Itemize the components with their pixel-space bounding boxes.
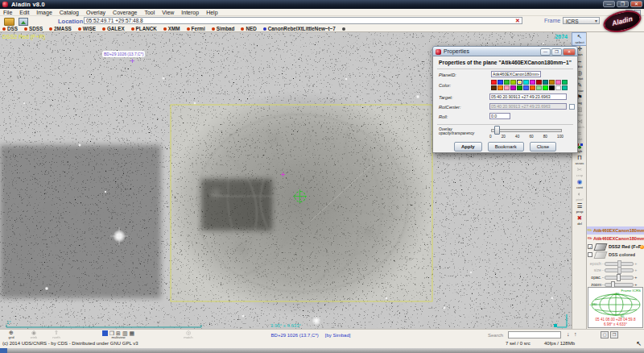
multiview-buttons[interactable]: ❐ ⊞ ▥ ▦ multiview	[84, 330, 153, 339]
frame-select[interactable]: ICRS	[563, 17, 600, 24]
single-view-icon[interactable]	[102, 330, 108, 336]
plane-row-dsscolored[interactable]: DSS colored	[587, 251, 644, 259]
opacity-slider-thumb[interactable]	[494, 126, 500, 135]
menu-tool[interactable]: Tool	[144, 10, 155, 15]
plane-row-dss2red[interactable]: ✓ DSS2 Red (F+R)	[587, 243, 644, 251]
plane-checkbox[interactable]	[588, 252, 592, 257]
dialog-minimize-icon[interactable]: —	[540, 48, 551, 56]
color-swatch[interactable]	[543, 85, 548, 90]
menu-coverage[interactable]: Coverage	[113, 10, 137, 15]
color-swatch[interactable]	[510, 80, 516, 85]
tool-cont[interactable]: ◉cont	[572, 178, 587, 190]
search-input[interactable]	[508, 331, 561, 338]
color-swatch[interactable]	[497, 80, 503, 85]
menu-overlay[interactable]: Overlay	[86, 10, 105, 15]
size-slider-track[interactable]	[605, 268, 634, 272]
color-swatch[interactable]	[530, 85, 535, 90]
maximize-icon[interactable]: ❐	[617, 1, 629, 7]
slider-thumb[interactable]	[617, 267, 621, 274]
menu-edit[interactable]: Edit	[19, 10, 29, 15]
roll-field[interactable]	[489, 113, 510, 119]
color-swatch[interactable]	[562, 85, 568, 90]
open-file-icon[interactable]	[4, 18, 14, 26]
menu-file[interactable]: File	[3, 10, 12, 15]
wink-button[interactable]: ◉wink	[24, 330, 43, 339]
slider-thumb[interactable]	[617, 274, 621, 281]
color-swatch[interactable]	[523, 85, 529, 90]
menu-view[interactable]: View	[162, 10, 174, 15]
color-swatch[interactable]	[530, 80, 535, 85]
plane-row-atik2[interactable]: ✎ Atik460EXCanon180mm	[587, 235, 644, 243]
north-button[interactable]: ⇧north	[47, 330, 66, 339]
server-extra[interactable]	[342, 27, 347, 31]
server-fermi[interactable]: Fermi	[187, 26, 205, 31]
location-input[interactable]	[84, 17, 522, 24]
color-swatch[interactable]	[497, 85, 503, 90]
color-swatch[interactable]	[523, 80, 529, 85]
tool-pixel[interactable]: ◐pixel	[572, 190, 587, 202]
server-ned[interactable]: NED	[241, 26, 256, 31]
panel-detach-icon[interactable]: ❐	[610, 331, 618, 338]
server-galex[interactable]: GALEX	[102, 26, 125, 31]
tool-crop[interactable]: ✂crop	[572, 166, 587, 178]
tool-prop[interactable]: ☰prop	[572, 202, 587, 214]
server-canon-plane[interactable]: CanonRebelXtLittleNew~t~7	[263, 26, 336, 31]
opacity-slider[interactable]	[491, 126, 562, 133]
rotcenter-field[interactable]	[489, 103, 567, 110]
menu-help[interactable]: Help	[206, 10, 217, 15]
color-swatch[interactable]	[491, 80, 497, 85]
color-swatch[interactable]	[555, 85, 561, 90]
sixteen-view-icon[interactable]: ▦	[130, 330, 135, 336]
menu-catalog[interactable]: Catalog	[60, 10, 79, 15]
target-field[interactable]	[489, 93, 567, 100]
server-2mass[interactable]: 2MASS	[49, 26, 72, 31]
export-image-icon[interactable]	[19, 18, 28, 26]
menu-image[interactable]: Image	[36, 10, 52, 15]
color-swatch[interactable]	[549, 85, 555, 90]
color-swatch[interactable]	[555, 80, 561, 85]
apply-button[interactable]: Apply	[454, 142, 482, 152]
color-swatch[interactable]	[549, 80, 555, 85]
minimize-icon[interactable]: —	[603, 1, 615, 7]
server-simbad[interactable]: Simbad	[212, 26, 235, 31]
server-xmm[interactable]: XMM	[163, 26, 180, 31]
simbad-source-marker-icon[interactable]	[130, 59, 134, 63]
color-swatch[interactable]	[543, 80, 548, 85]
close-button[interactable]: Close	[530, 142, 556, 152]
search-up-icon[interactable]: ↑	[574, 331, 577, 337]
plane-row-atik1[interactable]: ✎ Atik460EXCanon180mm~1	[587, 226, 644, 235]
dialog-close-icon[interactable]: ✕	[563, 48, 576, 56]
match-button[interactable]: ◎match	[179, 330, 198, 339]
color-swatch[interactable]	[536, 80, 542, 85]
color-swatch[interactable]	[517, 80, 522, 85]
clear-location-icon[interactable]: ✕	[515, 18, 520, 24]
color-swatch[interactable]	[517, 85, 522, 90]
server-dss[interactable]: DSS	[2, 26, 18, 31]
color-swatch[interactable]	[562, 80, 568, 85]
zoom-slider-track[interactable]	[605, 283, 634, 287]
dialog-maximize-icon[interactable]: ❐	[551, 48, 562, 56]
epoch-slider-track[interactable]	[605, 262, 634, 266]
bookmark-button[interactable]: Bookmark	[488, 142, 524, 152]
grid-button[interactable]: ⊕grid	[2, 330, 21, 339]
planeid-field[interactable]	[491, 71, 541, 77]
color-swatch[interactable]	[504, 80, 510, 85]
server-sdss[interactable]: SDSS	[24, 26, 43, 31]
search-down-icon[interactable]: ↓	[567, 331, 570, 337]
color-swatch[interactable]	[491, 85, 497, 90]
server-wise[interactable]: WISE	[78, 26, 96, 31]
tool-assoc[interactable]: Πassoc	[572, 154, 587, 166]
opacity-slider-track[interactable]	[605, 276, 634, 280]
rotcenter-checkbox[interactable]	[569, 104, 575, 110]
panel-collapse-icon[interactable]: ▢	[601, 331, 609, 338]
simbad-source-label[interactable]: BD+29 1026 (13.7,C*)	[102, 51, 145, 57]
color-swatch[interactable]	[510, 85, 516, 90]
tool-del[interactable]: ✖del	[572, 214, 587, 226]
plane-checkbox[interactable]: ✓	[588, 244, 592, 249]
color-swatch[interactable]	[536, 85, 542, 90]
menu-interop[interactable]: Interop	[181, 10, 199, 15]
server-planck[interactable]: PLANCK	[131, 26, 157, 31]
opacity-slider-track[interactable]	[491, 129, 562, 132]
color-swatch[interactable]	[504, 85, 510, 90]
tool-select[interactable]: ↖select	[572, 33, 587, 45]
